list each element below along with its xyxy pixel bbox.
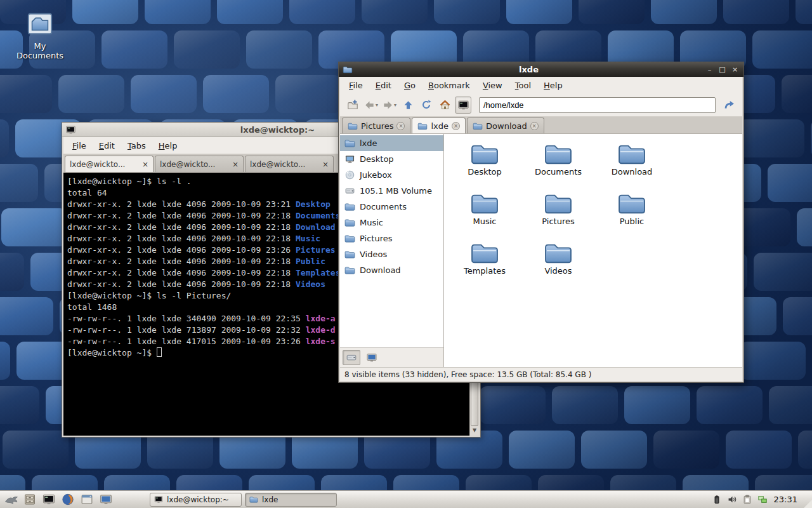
terminal-tab[interactable]: lxde@wickto...× (245, 156, 334, 172)
fm-tab-download[interactable]: Download× (467, 117, 544, 133)
tab-close-icon[interactable]: × (530, 122, 539, 130)
fm-menu-help[interactable]: Help (537, 79, 569, 92)
fm-title: lxde (356, 65, 702, 74)
forward-history-chevron-icon[interactable]: ▾ (394, 102, 396, 108)
taskbar-window-label: lxde (262, 495, 278, 504)
tab-close-icon[interactable]: × (232, 160, 239, 169)
fm-menu-tool[interactable]: Tool (509, 79, 537, 92)
terminal-tab-label: lxde@wickto... (160, 160, 230, 169)
sidebar-item-105-1-mb-volume[interactable]: 105.1 MB Volume (340, 183, 443, 199)
terminal-text: -rw-rw-r--. 1 lxde lxde 417015 2009-10-0… (67, 337, 306, 346)
start-menu-button[interactable] (2, 491, 21, 508)
fm-menu-bookmark[interactable]: Bookmark (422, 79, 476, 92)
quicklaunch-file-manager-button[interactable] (21, 491, 38, 508)
terminal-text: drwxr-xr-x. 2 lxde lxde 4096 2009-10-09 … (67, 222, 296, 232)
clipboard-tray-icon[interactable] (742, 495, 752, 504)
quicklaunch-web-browser-button[interactable] (59, 491, 76, 508)
minimize-button[interactable]: – (705, 65, 714, 74)
path-input[interactable] (479, 97, 716, 113)
fm-tab-pictures[interactable]: Pictures× (342, 117, 410, 133)
terminal-menu-help[interactable]: Help (152, 139, 184, 152)
fm-titlebar[interactable]: lxde –□× (339, 62, 743, 77)
new-tab-button[interactable] (344, 97, 361, 114)
terminal-text: -rw-rw-r--. 1 lxde lxde 713897 2009-10-0… (67, 325, 306, 335)
sidebar-item-desktop[interactable]: Desktop (340, 151, 443, 167)
home-button[interactable] (436, 97, 453, 114)
fm-menu-file[interactable]: File (343, 79, 369, 92)
folder-item-public[interactable]: Public (595, 191, 669, 241)
show-desktop-corner[interactable] (804, 500, 812, 508)
folder-item-pictures[interactable]: Pictures (521, 191, 595, 241)
image-viewer-icon (81, 493, 93, 505)
quicklaunch-image-viewer-button[interactable] (78, 491, 95, 508)
scrollbar-down-arrow-icon[interactable]: ▼ (471, 426, 478, 435)
sidebar-item-download[interactable]: Download (340, 262, 443, 278)
tab-close-icon[interactable]: × (142, 160, 148, 169)
fm-folder-grid: DesktopDocumentsDownloadMusicPicturesPub… (444, 134, 742, 367)
back-history-chevron-icon[interactable]: ▾ (376, 102, 378, 108)
refresh-button[interactable] (418, 97, 435, 114)
quick-launch (21, 491, 114, 508)
refresh-icon (421, 100, 431, 110)
terminal-menu-edit[interactable]: Edit (93, 139, 121, 152)
back-button[interactable]: ▾ (363, 97, 379, 114)
terminal-cursor (157, 347, 162, 357)
fm-menu-view[interactable]: View (476, 79, 509, 92)
terminal-text: [lxde@wicktop ~]$ ls -l Pictures/ (67, 291, 231, 300)
terminal-dir-name: Download (296, 222, 336, 232)
terminal-menu-tabs[interactable]: Tabs (121, 139, 152, 152)
terminal-tab[interactable]: lxde@wickto...× (65, 156, 154, 172)
clipboard-icon (742, 495, 752, 504)
taskbar-windows: lxde@wicktop:~lxde (150, 493, 337, 507)
forward-button[interactable]: ▾ (381, 97, 398, 114)
sidebar-item-videos[interactable]: Videos (340, 246, 443, 262)
folder-item-videos[interactable]: Videos (521, 241, 595, 290)
quicklaunch-screen-button[interactable] (97, 491, 114, 508)
terminal-file-name: lxde-s (306, 337, 336, 346)
folder-item-documents[interactable]: Documents (521, 142, 595, 191)
sidebar-item-pictures[interactable]: Pictures (340, 231, 443, 246)
terminal-tab[interactable]: lxde@wickto...× (155, 156, 244, 172)
terminal-text: drwxr-xr-x. 2 lxde lxde 4096 2009-10-09 … (67, 199, 296, 209)
clock[interactable]: 23:31 (774, 495, 797, 504)
fm-tab-lxde[interactable]: lxde× (412, 117, 466, 133)
tab-close-icon[interactable]: × (322, 160, 329, 169)
up-button[interactable] (400, 97, 416, 114)
terminal-text: drwxr-xr-x. 2 lxde lxde 4096 2009-10-09 … (67, 234, 296, 243)
tab-close-icon[interactable]: × (452, 122, 460, 130)
desktop-icon-my-documents[interactable]: My Documents (15, 9, 65, 60)
taskbar-window-lxde[interactable]: lxde (245, 493, 337, 507)
terminal-text: [lxde@wicktop ~]$ ls -l . (67, 177, 192, 186)
terminal-menu-file[interactable]: File (66, 139, 93, 152)
fm-menu-edit[interactable]: Edit (369, 79, 398, 92)
home-icon (440, 100, 450, 110)
open-terminal-button[interactable] (455, 97, 471, 114)
drive-icon (346, 352, 357, 363)
terminal-text: [lxde@wicktop ~]$ (67, 348, 157, 358)
system-tray (712, 495, 768, 504)
file-manager-window: lxde –□× FileEditGoBookmarkViewToolHelp … (338, 62, 744, 383)
terminal-dir-name: Videos (296, 279, 325, 289)
folder-item-templates[interactable]: Templates (448, 241, 521, 290)
sidebar-item-documents[interactable]: Documents (340, 199, 443, 215)
places-pane-button[interactable] (343, 350, 360, 365)
folder-item-download[interactable]: Download (595, 142, 669, 191)
volume-tray-icon[interactable] (727, 495, 737, 504)
folder-item-music[interactable]: Music (448, 191, 521, 241)
quicklaunch-terminal-button[interactable] (40, 491, 57, 508)
maximize-button[interactable]: □ (717, 65, 727, 74)
taskbar-window-lxde-wicktop[interactable]: lxde@wicktop:~ (150, 493, 242, 507)
sidebar-item-music[interactable]: Music (340, 215, 443, 231)
terminal-text: total 64 (67, 188, 107, 197)
directory-tree-button[interactable] (363, 350, 381, 365)
network-tray-icon[interactable] (757, 495, 768, 504)
fm-body: lxdeDesktopJukebox105.1 MB VolumeDocumen… (340, 134, 742, 367)
fm-menu-go[interactable]: Go (398, 79, 422, 92)
tab-close-icon[interactable]: × (396, 122, 405, 130)
go-button[interactable] (721, 97, 738, 114)
sidebar-item-lxde[interactable]: lxde (340, 135, 443, 151)
folder-item-desktop[interactable]: Desktop (448, 142, 521, 191)
sidebar-item-jukebox[interactable]: Jukebox (340, 167, 443, 183)
battery-tray-icon[interactable] (712, 495, 722, 504)
close-button[interactable]: × (730, 65, 740, 74)
